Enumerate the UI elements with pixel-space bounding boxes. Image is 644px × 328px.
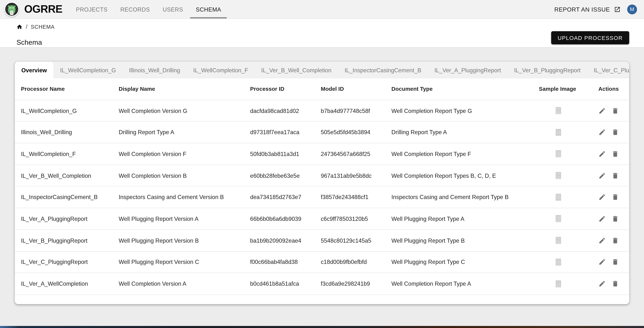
upload-processor-button[interactable]: UPLOAD PROCESSOR xyxy=(551,31,629,44)
edit-button[interactable] xyxy=(598,194,606,201)
table-row: IL_Ver_A_PluggingReport Well Plugging Re… xyxy=(15,208,629,230)
table-row: IL_Ver_B_PluggingReport Well Plugging Re… xyxy=(15,230,629,252)
table-row: IL_WellCompletion_G Well Completion Vers… xyxy=(15,100,629,122)
tab-il_ver_b_pluggingreport[interactable]: IL_Ver_B_PluggingReport xyxy=(508,62,587,78)
delete-trash-icon xyxy=(612,128,619,136)
delete-button[interactable] xyxy=(612,107,619,114)
delete-trash-icon xyxy=(612,194,619,201)
app-window: OGRRE PROJECTSRECORDSUSERSSCHEMA REPORT … xyxy=(0,0,644,328)
cell-display-name: Well Plugging Report Version C xyxy=(119,259,250,266)
cell-actions xyxy=(598,280,629,287)
cell-document-type: Well Completion Report Types B, C, D, E xyxy=(392,172,539,179)
sample-image-thumbnail[interactable] xyxy=(556,215,561,222)
cell-sample-image xyxy=(539,215,598,222)
edit-button[interactable] xyxy=(598,172,606,179)
tab-illinois_well_drilling[interactable]: Illinois_Well_Drilling xyxy=(122,62,186,78)
open-in-new-icon xyxy=(614,6,620,12)
cell-processor-name: IL_Ver_B_PluggingReport xyxy=(21,237,119,244)
nav-item-projects[interactable]: PROJECTS xyxy=(70,0,114,18)
cell-display-name: Inspectors Casing and Cement Version B xyxy=(119,194,250,200)
cell-processor-id: e60bb28febe63e5e xyxy=(250,172,321,179)
edit-pencil-icon xyxy=(598,107,606,114)
nav-item-records[interactable]: RECORDS xyxy=(114,0,156,18)
delete-button[interactable] xyxy=(612,258,619,266)
edit-pencil-icon xyxy=(598,194,606,201)
report-an-issue-link[interactable]: REPORT AN ISSUE xyxy=(554,6,621,12)
cell-processor-name: IL_Ver_B_Well_Completion xyxy=(21,172,119,179)
cell-sample-image xyxy=(539,172,598,179)
tab-il_inspectorcasingcement_b[interactable]: IL_InspectorCasingCement_B xyxy=(338,62,428,78)
sample-image-thumbnail[interactable] xyxy=(556,237,561,244)
tab-il_wellcompletion_g[interactable]: IL_WellCompletion_G xyxy=(54,62,122,78)
edit-button[interactable] xyxy=(598,128,606,136)
cell-display-name: Well Completion Version A xyxy=(119,280,250,287)
delete-button[interactable] xyxy=(612,128,619,136)
edit-button[interactable] xyxy=(598,280,606,287)
breadcrumb: / SCHEMA xyxy=(16,23,54,30)
sample-image-thumbnail[interactable] xyxy=(556,194,561,200)
home-icon[interactable] xyxy=(16,24,22,30)
edit-button[interactable] xyxy=(598,258,606,266)
column-header-actions: Actions xyxy=(598,86,629,92)
cell-model-id: b7ba4d977748c58f xyxy=(321,107,391,114)
top-navigation-bar: OGRRE PROJECTSRECORDSUSERSSCHEMA REPORT … xyxy=(0,0,644,19)
delete-button[interactable] xyxy=(612,194,619,201)
cell-processor-name: IL_Ver_A_PluggingReport xyxy=(21,216,119,222)
table-row: IL_Ver_A_WellCompletion Well Completion … xyxy=(15,273,629,295)
cell-document-type: Well Completion Report Type F xyxy=(392,150,539,157)
delete-trash-icon xyxy=(612,150,619,158)
sample-image-thumbnail[interactable] xyxy=(556,129,561,136)
edit-button[interactable] xyxy=(598,107,606,114)
edit-pencil-icon xyxy=(598,280,606,287)
user-avatar[interactable]: M xyxy=(627,4,637,14)
delete-button[interactable] xyxy=(612,172,619,179)
cell-actions xyxy=(598,107,629,114)
cell-processor-name: Illinois_Well_Drilling xyxy=(21,129,119,136)
topbar-right: REPORT AN ISSUE M xyxy=(554,4,644,14)
edit-pencil-icon xyxy=(598,128,606,136)
report-an-issue-label: REPORT AN ISSUE xyxy=(554,6,610,12)
tab-il_ver_b_well_completion[interactable]: IL_Ver_B_Well_Completion xyxy=(255,62,338,78)
table-row: IL_Ver_B_Well_Completion Well Completion… xyxy=(15,165,629,186)
cell-processor-id: 50fd0b3ab811a3d1 xyxy=(250,150,321,157)
delete-button[interactable] xyxy=(612,280,619,287)
cell-sample-image xyxy=(539,237,598,244)
sample-image-thumbnail[interactable] xyxy=(556,258,561,266)
breadcrumb-separator: / xyxy=(26,24,28,30)
cell-sample-image xyxy=(539,129,598,136)
cell-model-id: f3857de243488cf1 xyxy=(321,194,391,200)
cell-actions xyxy=(598,258,629,266)
cell-actions xyxy=(598,237,629,244)
edit-button[interactable] xyxy=(598,237,606,244)
delete-button[interactable] xyxy=(612,215,619,222)
cell-actions xyxy=(598,150,629,158)
main-nav: PROJECTSRECORDSUSERSSCHEMA xyxy=(70,0,228,18)
edit-button[interactable] xyxy=(598,150,606,158)
delete-button[interactable] xyxy=(612,150,619,158)
nav-item-schema[interactable]: SCHEMA xyxy=(190,0,227,18)
sample-image-thumbnail[interactable] xyxy=(556,107,561,114)
edit-pencil-icon xyxy=(598,215,606,222)
cell-display-name: Well Completion Version G xyxy=(119,107,250,114)
delete-trash-icon xyxy=(612,215,619,222)
sample-image-thumbnail[interactable] xyxy=(556,150,561,157)
edit-button[interactable] xyxy=(598,215,606,222)
sample-image-thumbnail[interactable] xyxy=(556,172,561,179)
tab-il_wellcompletion_f[interactable]: IL_WellCompletion_F xyxy=(187,62,255,78)
tab-il_ver_c_pluggingreport[interactable]: IL_Ver_C_PluggingReport xyxy=(587,62,629,78)
cell-document-type: Well Plugging Report Type A xyxy=(392,216,539,222)
delete-button[interactable] xyxy=(612,237,619,244)
cell-document-type: Well Completion Report Type G xyxy=(392,107,539,114)
edit-pencil-icon xyxy=(598,172,606,179)
sample-image-thumbnail[interactable] xyxy=(556,280,561,287)
cell-processor-id: dacfda98cad81d02 xyxy=(250,107,321,114)
edit-pencil-icon xyxy=(598,237,606,244)
tab-overview[interactable]: Overview xyxy=(15,62,54,78)
edit-pencil-icon xyxy=(598,150,606,158)
cell-document-type: Well Plugging Report Type C xyxy=(392,259,539,266)
cell-display-name: Well Plugging Report Version A xyxy=(119,216,250,222)
nav-item-users[interactable]: USERS xyxy=(157,0,189,18)
brand[interactable]: OGRRE xyxy=(4,2,62,17)
tab-il_ver_a_pluggingreport[interactable]: IL_Ver_A_PluggingReport xyxy=(428,62,508,78)
cell-actions xyxy=(598,172,629,179)
